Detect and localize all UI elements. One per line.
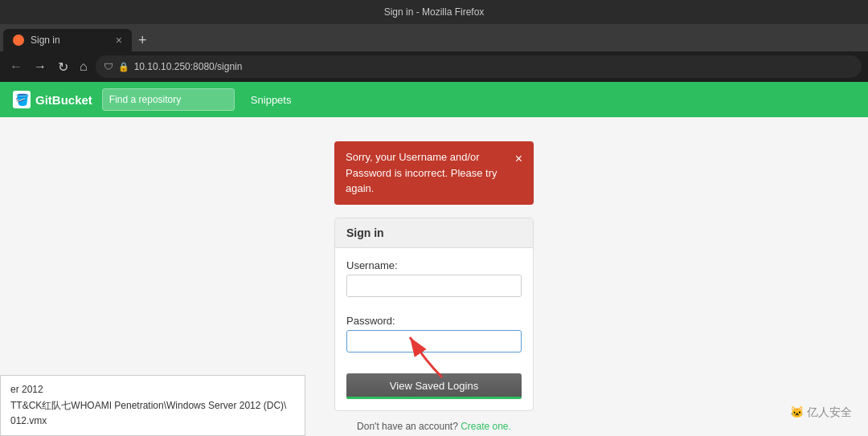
create-account-text: Don't have an account? (357, 421, 458, 432)
error-alert: Sorry, your Username and/or Password is … (334, 141, 534, 205)
browser-title: Sign in - Mozilla Firefox (6, 6, 862, 18)
create-account-section: Don't have an account? Create one. (357, 421, 511, 432)
forward-button[interactable]: → (31, 58, 50, 75)
tab-close-button[interactable]: × (116, 34, 122, 47)
signin-header: Sign in (335, 218, 533, 248)
password-label: Password: (346, 315, 522, 327)
snippets-link[interactable]: Snippets (244, 91, 298, 109)
gitbucket-navbar: 🪣 GitBucket Find a repository Snippets (0, 82, 868, 117)
tab-favicon-icon (13, 35, 24, 46)
watermark-text: 亿人安全 (807, 405, 852, 418)
alert-message: Sorry, your Username and/or Password is … (346, 149, 509, 197)
gitbucket-logo-icon: 🪣 (13, 91, 31, 108)
password-group: Password: (346, 315, 522, 362)
tab-label: Sign in (31, 35, 60, 46)
home-button[interactable]: ⌂ (76, 58, 91, 75)
brand-name: GitBucket (35, 93, 92, 107)
tab-bar: Sign in × + (0, 24, 868, 51)
bottom-line-2: TT&CK红队七WHOAMI Penetration\Windows Serve… (10, 398, 295, 414)
signin-panel: Sign in Username: Password: View Saved L… (334, 218, 534, 411)
watermark: 🐱 亿人安全 (790, 405, 852, 420)
create-account-link[interactable]: Create one. (461, 421, 511, 432)
main-content: Sorry, your Username and/or Password is … (0, 117, 868, 436)
username-label: Username: (346, 259, 522, 271)
refresh-button[interactable]: ↻ (55, 58, 72, 76)
browser-tab[interactable]: Sign in × (3, 29, 132, 51)
lock-icon: 🔒 (118, 62, 129, 72)
back-button[interactable]: ← (6, 58, 26, 75)
bottom-line-3: 012.vmx (10, 414, 295, 429)
gitbucket-brand[interactable]: 🪣 GitBucket (13, 91, 92, 108)
username-input[interactable] (346, 275, 522, 297)
watermark-icon: 🐱 (790, 405, 804, 418)
signin-body: Username: Password: View Saved Logins (335, 248, 533, 410)
url-bar[interactable]: 🛡 🔒 10.10.10.250:8080/signin (96, 55, 862, 78)
view-saved-logins-button[interactable]: View Saved Logins (346, 373, 522, 399)
address-bar: ← → ↻ ⌂ 🛡 🔒 10.10.10.250:8080/signin (0, 51, 868, 82)
browser-title-bar: Sign in - Mozilla Firefox (0, 0, 868, 24)
alert-close-button[interactable]: × (515, 149, 522, 169)
bottom-panel: er 2012 TT&CK红队七WHOAMI Penetration\Windo… (0, 375, 305, 436)
username-group: Username: (346, 259, 522, 307)
shield-icon: 🛡 (104, 61, 113, 72)
find-repository-input[interactable]: Find a repository (102, 88, 235, 111)
password-input[interactable] (346, 330, 522, 352)
signin-title: Sign in (346, 226, 384, 239)
find-repo-text: Find a repository (109, 94, 181, 105)
url-text: 10.10.10.250:8080/signin (134, 61, 243, 72)
new-tab-button[interactable]: + (132, 29, 154, 51)
bottom-line-1: er 2012 (10, 382, 295, 397)
